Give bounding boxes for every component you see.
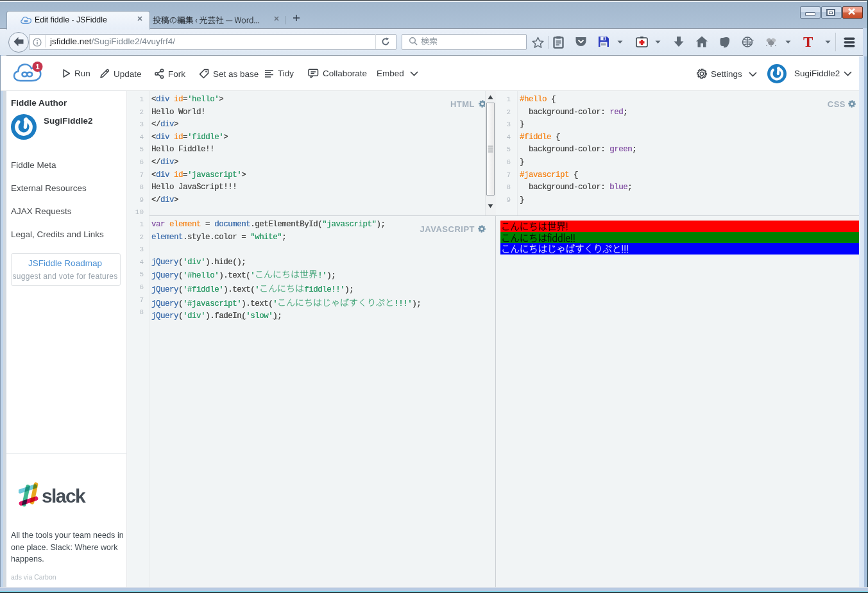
svg-text:1: 1: [35, 63, 40, 71]
svg-text:slack: slack: [42, 485, 86, 506]
